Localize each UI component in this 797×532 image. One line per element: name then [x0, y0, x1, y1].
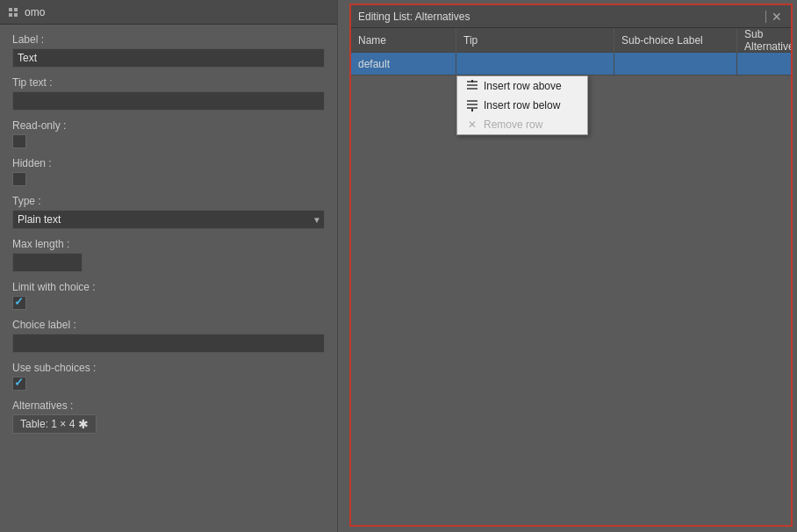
context-menu-remove-row[interactable]: ✕ Remove row [457, 115, 587, 134]
col-header-sub-choice-label: Sub-choice Label [614, 28, 737, 53]
max-length-input[interactable] [12, 253, 83, 272]
dialog-titlebar: Editing List: Alternatives ✕ [351, 5, 791, 28]
svg-rect-7 [471, 80, 473, 83]
left-panel-content: Label : Tip text : Read-only : Hidden : … [0, 25, 337, 532]
choice-label-group: Choice label : [12, 319, 325, 353]
svg-rect-10 [467, 107, 477, 109]
context-menu-insert-below[interactable]: Insert row below [457, 96, 587, 115]
limit-with-choice-label: Limit with choice : [12, 281, 325, 293]
label-field-label: Label : [12, 33, 325, 46]
svg-rect-8 [467, 100, 477, 102]
insert-above-label: Insert row above [484, 80, 562, 92]
title-separator [765, 11, 766, 23]
type-label: Type : [12, 195, 325, 207]
insert-above-icon [466, 80, 478, 92]
svg-rect-9 [467, 104, 477, 105]
hidden-checkbox-wrapper [12, 172, 325, 186]
type-select[interactable]: Plain text Rich text Numeric Date [12, 210, 325, 229]
tip-text-input[interactable] [12, 91, 325, 111]
read-only-checkbox-wrapper [12, 134, 325, 148]
tip-text-group: Tip text : [12, 76, 325, 111]
left-panel: omo Label : Tip text : Read-only : Hidde… [0, 0, 338, 532]
alternatives-button[interactable]: Table: 1 × 4 ✱ [12, 414, 97, 434]
svg-rect-6 [467, 88, 477, 90]
table-header: Name Tip Sub-choice Label Sub Alternativ… [351, 28, 791, 53]
read-only-group: Read-only : [12, 119, 325, 148]
left-panel-titlebar: omo [0, 0, 337, 25]
label-input[interactable] [12, 48, 325, 68]
col-header-name: Name [351, 28, 456, 53]
type-group: Type : Plain text Rich text Numeric Date… [12, 195, 325, 229]
alternatives-label: Alternatives : [12, 399, 325, 412]
hidden-checkbox[interactable] [12, 172, 26, 186]
cell-tip [456, 53, 614, 75]
insert-below-label: Insert row below [484, 99, 560, 111]
cell-sub-alternatives [737, 53, 791, 75]
dialog-title: Editing List: Alternatives [358, 11, 470, 23]
col-header-tip: Tip [456, 28, 614, 53]
type-select-wrapper: Plain text Rich text Numeric Date ▼ [12, 210, 325, 229]
limit-with-choice-group: Limit with choice : [12, 281, 325, 310]
label-group: Label : [12, 33, 325, 68]
dialog-content: Name Tip Sub-choice Label Sub Alternativ… [351, 28, 791, 525]
use-sub-choices-group: Use sub-choices : [12, 362, 325, 391]
alternatives-group: Alternatives : Table: 1 × 4 ✱ [12, 399, 325, 434]
context-menu: Insert row above Insert row below ✕ [456, 75, 588, 135]
col-header-sub-alternatives: Sub Alternatives [737, 28, 791, 53]
remove-row-label: Remove row [484, 119, 542, 131]
table-body: default Insert row above [351, 53, 791, 525]
dialog-close-button[interactable]: ✕ [770, 11, 784, 23]
read-only-checkbox[interactable] [12, 134, 26, 148]
hidden-group: Hidden : [12, 157, 325, 186]
limit-with-choice-checkbox[interactable] [12, 296, 26, 310]
svg-rect-3 [14, 13, 18, 17]
remove-icon: ✕ [466, 119, 478, 131]
app-icon [7, 6, 19, 18]
use-sub-choices-checkbox[interactable] [12, 377, 26, 391]
left-panel-title: omo [25, 6, 45, 18]
svg-rect-2 [9, 13, 12, 17]
max-length-label: Max length : [12, 238, 325, 250]
context-menu-insert-above[interactable]: Insert row above [457, 76, 587, 96]
editing-list-dialog: Editing List: Alternatives ✕ Name Tip Su… [349, 4, 793, 527]
limit-with-choice-checkbox-wrapper [12, 296, 325, 310]
alternatives-button-label: Table: 1 × 4 [20, 418, 75, 430]
dialog-titlebar-right: ✕ [762, 11, 784, 23]
max-length-group: Max length : [12, 238, 325, 272]
use-sub-choices-checkbox-wrapper [12, 377, 325, 391]
svg-rect-11 [471, 109, 473, 111]
choice-label-label: Choice label : [12, 319, 325, 331]
use-sub-choices-label: Use sub-choices : [12, 362, 325, 374]
cell-name: default [351, 53, 456, 75]
svg-rect-1 [14, 8, 18, 11]
svg-rect-5 [467, 84, 477, 86]
tip-text-label: Tip text : [12, 76, 325, 89]
choice-label-input[interactable] [12, 334, 325, 353]
svg-rect-0 [9, 8, 12, 11]
cursor-icon: ✱ [78, 417, 89, 431]
insert-below-icon [466, 99, 478, 111]
hidden-label: Hidden : [12, 157, 325, 169]
read-only-label: Read-only : [12, 119, 325, 132]
cell-sub-choice-label [614, 53, 737, 75]
table-row[interactable]: default [351, 53, 791, 75]
